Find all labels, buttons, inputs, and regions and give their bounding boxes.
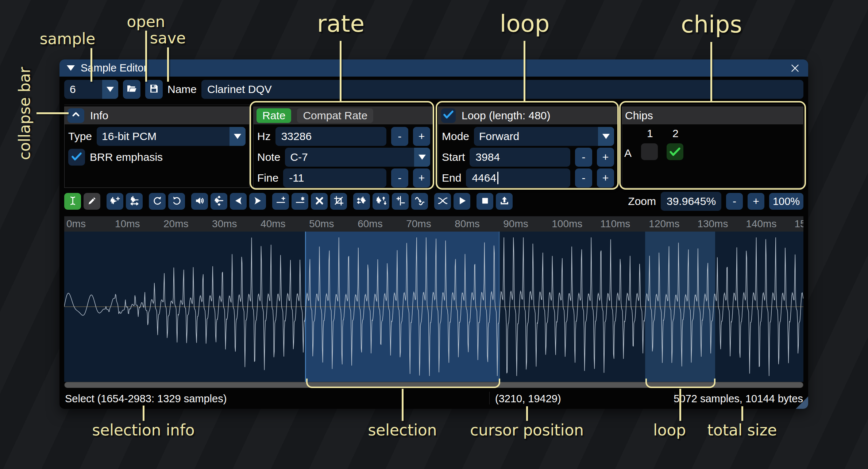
annotation-save: save [150,29,186,47]
zoom-controls: Zoom 39.9645% - + 100% [628,192,803,211]
total-size-text: 5072 samples, 10144 bytes [674,392,803,404]
draw-tool[interactable] [84,193,100,210]
fade-r-icon [252,195,263,208]
undo-button[interactable] [149,193,166,210]
brr-emphasis-checkbox[interactable] [68,149,85,166]
sample-selector-dropdown[interactable] [102,80,118,99]
import-button[interactable] [496,193,513,210]
annotation-line-cursor-position [526,406,528,421]
wave-plus-icon [109,195,121,208]
invert-button[interactable] [373,193,389,210]
annotation-open: open [127,13,165,31]
resize-grip[interactable] [796,396,808,409]
upload-icon [499,195,510,208]
annotation-line-total-size [741,406,743,421]
type-dropdown[interactable]: 16-bit PCM [97,127,246,146]
zoom-reset-button[interactable]: 100% [769,193,803,210]
type-value: 16-bit PCM [97,130,229,143]
annotation-line-open [145,31,147,82]
delete-button[interactable] [311,193,328,210]
undo-icon [152,195,163,208]
ruler-tick: 140ms [746,218,776,230]
amplify-button[interactable] [191,193,208,210]
trim-button[interactable] [330,193,347,210]
titlebar[interactable]: Sample Editor [59,59,808,77]
crossfade-icon [437,195,448,208]
crop-icon [333,195,344,208]
stop-preview-button[interactable] [477,193,493,210]
wave-left-icon [356,195,367,208]
save-floppy-icon [148,83,160,96]
type-dropdown-arrow[interactable] [229,127,246,146]
sample-toolbar: Zoom 39.9645% - + 100% [64,192,803,211]
waveform-display[interactable] [64,232,803,382]
annotation-loop-bottom: loop [653,421,686,439]
zoom-in-button[interactable]: + [748,193,764,210]
fade-l-icon [233,195,244,208]
zoom-out-button[interactable]: - [726,193,743,210]
annotation-cursor-position: cursor position [470,421,584,439]
save-button[interactable] [145,80,163,99]
type-label: Type [68,130,92,143]
wave-invert-icon [375,195,387,208]
annotation-selection-info: selection info [92,421,195,439]
sample-header-row: 6 Name Clarinet DQV [64,80,803,99]
annotation-rate: rate [317,10,364,37]
line-star-icon [294,195,306,208]
reverse-button[interactable] [353,193,370,210]
ruler-tick: 0ms [66,218,86,230]
time-ruler[interactable]: 0ms10ms20ms30ms40ms50ms60ms70ms80ms90ms1… [64,216,803,232]
toolbar-group [191,193,266,210]
close-icon[interactable] [789,62,801,74]
annotation-brace-loop [645,379,715,388]
plus-minus-icon [395,195,406,208]
annotation-brace-selection [306,379,500,388]
sign-invert-button[interactable] [392,193,409,210]
annotation-sample: sample [40,30,96,48]
window-collapse-icon[interactable] [67,65,75,71]
speaker-icon [194,195,205,208]
insert-silence-button[interactable] [272,193,289,210]
crossfade-loop-button[interactable] [434,193,451,210]
annotation-line-collapse-bar [36,112,69,114]
toolbar-group [477,193,513,210]
apply-filter-button[interactable] [411,193,428,210]
redo-button[interactable] [168,193,185,210]
apply-silence-button[interactable] [292,193,308,210]
toolbar-group [353,193,428,210]
normalize-button[interactable] [211,193,227,210]
preview-button[interactable] [454,193,470,210]
annotation-line-save [167,47,169,82]
sample-selector[interactable]: 6 [64,80,118,99]
name-input[interactable]: Clarinet DQV [201,80,803,99]
select-tool[interactable] [64,193,81,210]
ibeam-icon [67,195,78,208]
annotation-outline-chips [619,101,806,190]
fade-out-button[interactable] [249,193,266,210]
zoom-input[interactable]: 39.9645% [661,192,721,211]
selection-info-text: Select (1654-2983: 1329 samples) [65,392,227,404]
toolbar-group [149,193,185,210]
ruler-tick: 110ms [600,218,630,230]
open-button[interactable] [123,80,140,99]
ruler-tick: 40ms [261,218,285,230]
wave-h-icon [129,195,140,208]
resize-button[interactable] [107,193,123,210]
line-plus-icon [275,195,286,208]
info-panel: Info Type 16-bit PCM BRR emphasis [64,106,250,188]
ruler-tick: 10ms [115,218,140,230]
fade-in-button[interactable] [230,193,247,210]
annotation-line-rate [340,41,342,101]
pencil-icon [86,195,98,208]
annotation-outline-rate [250,101,434,190]
toolbar-group [272,193,347,210]
collapse-bar-button[interactable] [67,108,84,123]
resample-button[interactable] [126,193,143,210]
annotation-total-size: total size [707,421,777,439]
annotation-collapse-bar: collapse bar [16,67,34,160]
ruler-tick: 130ms [697,218,728,230]
chevron-down-icon [234,134,241,139]
name-label: Name [167,83,197,96]
open-folder-icon [126,83,138,96]
ruler-tick: 80ms [455,218,479,230]
